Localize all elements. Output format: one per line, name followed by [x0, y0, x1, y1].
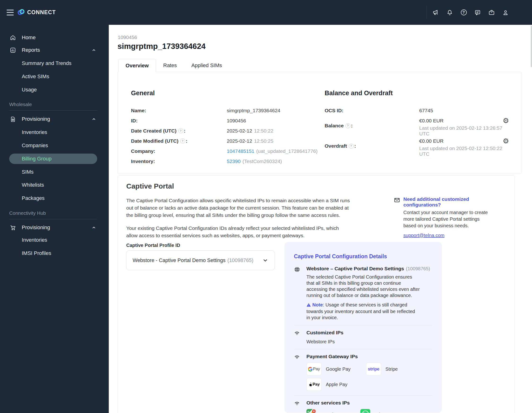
- top-header-bar: CONNECT: [0, 0, 532, 25]
- sidebar-item-reports[interactable]: Reports: [0, 45, 109, 55]
- announcements-icon[interactable]: [432, 9, 439, 16]
- globe-icon: [294, 266, 300, 321]
- chevron-up-icon[interactable]: [91, 225, 96, 230]
- customized-ips-title: Customized IPs: [306, 330, 343, 336]
- payment-item-google-pay: Pay Google Pay: [306, 363, 366, 376]
- sidebar-section-connectivity-hub: Connectivity Hub: [9, 210, 46, 216]
- reports-chart-icon: [10, 47, 16, 53]
- captive-portal-paragraph-2: Your existing Captive Portal Configurati…: [126, 224, 351, 239]
- sidebar-item-provisioning-wholesale[interactable]: Provisioning: [0, 114, 109, 124]
- support-email-link[interactable]: support@telna.com: [403, 233, 445, 238]
- help-icon[interactable]: [460, 9, 467, 16]
- row-name: Name: simgrptmp_1739364624: [131, 105, 320, 116]
- help-box: Need additional customized configuration…: [394, 196, 493, 238]
- sidebar-item-inventories[interactable]: Inventories: [0, 127, 109, 138]
- sidebar-item-active-sims[interactable]: Active SIMs: [0, 71, 109, 82]
- google-maps-icon: G: [306, 409, 316, 413]
- help-circle-icon[interactable]: [349, 144, 354, 149]
- customized-ips-section: Customized IPs Webstore IPs: [294, 330, 432, 344]
- main-content: 1090456 simgrptmp_1739364624 Overview Ra…: [109, 25, 532, 413]
- customized-ips-item: Webstore IPs: [306, 339, 343, 344]
- help-box-body: Contact your account manager to create m…: [403, 209, 491, 229]
- inventory-link[interactable]: 52390: [227, 158, 240, 164]
- other-services-title: Other services IPs: [306, 400, 396, 406]
- panel-divider: [294, 349, 432, 349]
- captive-portal-profile-select[interactable]: Webstore - Captive Portal Demo Settings …: [126, 250, 275, 270]
- chevron-down-icon: [262, 257, 268, 263]
- apple-logo-icon: [308, 382, 312, 387]
- payment-gateway-title: Payment Gateway IPs: [306, 354, 398, 359]
- help-box-title[interactable]: Need additional customized configuration…: [403, 196, 493, 208]
- panel-divider: [294, 325, 432, 325]
- sidebar-item-inventories-2[interactable]: Inventories: [0, 235, 109, 245]
- whatsapp-icon: [360, 409, 370, 413]
- tab-bar: Overview Rates Applied SIMs: [118, 59, 229, 72]
- payment-item-apple-pay: Pay Apple Pay: [306, 378, 366, 391]
- header-divider: [427, 6, 427, 19]
- config-panel-title: Captive Portal Configuration Details: [294, 253, 432, 260]
- general-section: General Name: simgrptmp_1739364624 ID: 1…: [131, 90, 320, 166]
- config-details-panel: Captive Portal Configuration Details Web…: [285, 242, 442, 413]
- notifications-bell-icon[interactable]: [446, 9, 453, 16]
- stripe-chip: stripe: [366, 363, 381, 376]
- general-heading: General: [131, 90, 320, 97]
- service-item-whatsapp: WhatsApp: [360, 409, 396, 413]
- workspace-briefcase-icon[interactable]: [488, 9, 495, 16]
- page-scrollbar-thumb[interactable]: [531, 26, 532, 67]
- overdraft-amount: €0.00 EUR: [419, 138, 495, 144]
- company-link[interactable]: 1047485151: [227, 148, 254, 154]
- envelope-icon: [394, 196, 400, 238]
- hamburger-menu-icon[interactable]: [7, 10, 14, 15]
- payment-gateway-section: Payment Gateway IPs: [294, 354, 432, 391]
- apple-pay-chip: Pay: [306, 378, 322, 391]
- tab-applied-sims[interactable]: Applied SIMs: [184, 59, 229, 72]
- sidebar-item-summary-and-trends[interactable]: Summary and Trends: [0, 58, 109, 69]
- config-profile-id: (10098765): [406, 266, 430, 271]
- tab-overview[interactable]: Overview: [118, 59, 156, 72]
- feedback-chat-icon[interactable]: [474, 9, 481, 16]
- help-circle-icon[interactable]: [180, 138, 185, 143]
- tab-rates[interactable]: Rates: [158, 59, 182, 72]
- wifi-icon: [294, 354, 300, 391]
- warning-triangle-icon: [306, 302, 311, 308]
- balance-section: Balance and Overdraft OCS ID: 67745 Bala…: [325, 90, 509, 156]
- panel-divider: [294, 395, 432, 395]
- captive-portal-card: Captive Portal The Captive Portal Config…: [117, 175, 515, 413]
- balance-amount: €0.00 EUR: [419, 118, 495, 124]
- sidebar-item-home[interactable]: Home: [0, 32, 109, 43]
- overdraft-settings-gear-icon[interactable]: ⚙: [495, 138, 509, 145]
- help-circle-icon[interactable]: [178, 128, 183, 133]
- sidebar-divider: [9, 110, 97, 110]
- overdraft-last-updated: Last updated on 2025-02-12 12:50:22 UTC: [419, 146, 509, 157]
- row-overdraft: Overdraft: €0.00 EUR ⚙ Last updated on 2…: [325, 136, 509, 156]
- balance-settings-gear-icon[interactable]: ⚙: [495, 117, 509, 124]
- sidebar-item-billing-group-selected[interactable]: Billing Group: [9, 154, 97, 164]
- wifi-icon: [294, 330, 300, 344]
- help-circle-icon[interactable]: [345, 123, 351, 128]
- google-pay-chip: Pay: [306, 363, 322, 376]
- sidebar-divider: [9, 219, 97, 219]
- sidebar-item-whitelists[interactable]: Whitelists: [0, 180, 109, 190]
- row-date-modified: Date Modified (UTC): 2025-02-1212:50:25: [131, 136, 320, 146]
- cart-icon: [10, 224, 16, 231]
- chevron-up-icon[interactable]: [91, 117, 96, 122]
- service-item-google-maps: G Google Maps: [306, 409, 360, 413]
- brand-name: CONNECT: [27, 9, 56, 16]
- sidebar-item-label: Home: [22, 35, 36, 41]
- sidebar-item-packages[interactable]: Packages: [0, 193, 109, 203]
- page-title: simgrptmp_1739364624: [117, 42, 206, 51]
- row-company: Company: 1047485151(uat_updated_17286417…: [131, 146, 320, 156]
- other-services-section: Other services IPs: [294, 400, 432, 413]
- sidebar-item-imsi-profiles[interactable]: IMSI Profiles: [0, 248, 109, 258]
- config-profile-name: Webstore – Captive Portal Demo Settings: [306, 266, 404, 271]
- chevron-up-icon[interactable]: [91, 47, 96, 53]
- sidebar-item-usage[interactable]: Usage: [0, 85, 109, 95]
- sidebar-item-companies[interactable]: Companies: [0, 140, 109, 151]
- account-user-icon[interactable]: [502, 9, 509, 16]
- sidebar-item-provisioning-connectivity[interactable]: Provisioning: [0, 222, 109, 233]
- row-id: ID: 1090456: [131, 116, 320, 126]
- home-icon: [10, 34, 16, 41]
- captive-portal-heading: Captive Portal: [126, 182, 174, 190]
- sidebar-item-sims[interactable]: SIMs: [0, 167, 109, 177]
- config-note: Note: Usage of these services is still c…: [306, 302, 420, 321]
